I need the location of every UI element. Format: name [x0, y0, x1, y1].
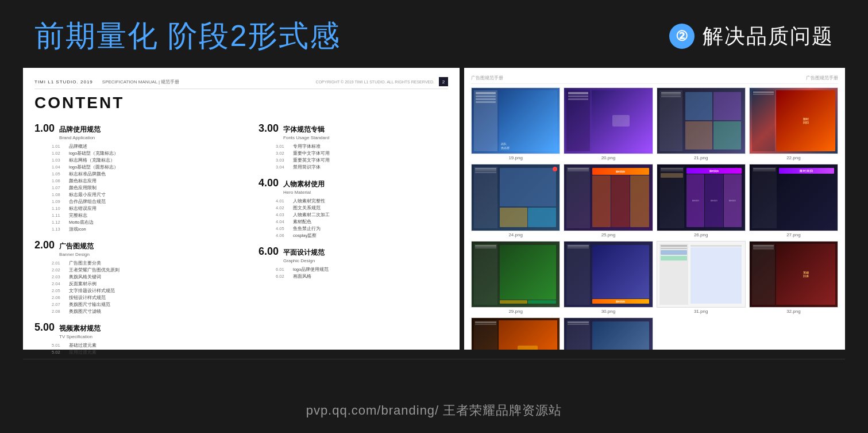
- img-thumb-27: 限时回归: [749, 164, 838, 231]
- toc-items-5: 5.01基础过渡元素 5.02应用过渡元素: [52, 343, 224, 355]
- toc-en-1: Brand Application: [59, 135, 101, 140]
- doc-page-number: 2: [439, 77, 448, 86]
- doc-studio-label: TIMI L1 STUDIO. 2019: [34, 79, 93, 85]
- image-cell-34: 34.png: [471, 317, 560, 350]
- toc-items-3: 3.01专用字体标准 3.02重要中文字体可用 3.03重要英文字体可用 3.0…: [276, 144, 448, 170]
- toc-item: 5.02应用过渡元素: [52, 350, 224, 355]
- toc-cn-1: 品牌使用规范: [59, 125, 101, 135]
- image-cell-29: 29.png: [471, 241, 560, 314]
- badge-circle: ②: [669, 24, 695, 49]
- img-label-26: 26.png: [694, 232, 708, 237]
- image-cell-31: 31.png: [657, 241, 746, 314]
- img-thumb-25: 限时回归: [564, 164, 653, 231]
- img-thumb-35: [564, 317, 653, 350]
- toc-num-4: 4.00: [259, 177, 279, 189]
- badge-label: 解决品质问题: [703, 22, 834, 51]
- img-label-30: 30.png: [601, 309, 615, 314]
- page-header: 前期量化 阶段2形式感 ② 解决品质问题: [0, 0, 868, 68]
- image-cell-32: 英雄归来 32.png: [749, 241, 838, 314]
- toc-item: 1.06颜色标志应用: [52, 178, 224, 184]
- toc-section-4: 4.00 人物素材使用 Hero Material 4.01人物素材完整性 4.…: [259, 177, 448, 239]
- toc-item: 2.05文字排题设计样式规范: [52, 288, 224, 294]
- toc-section-3: 3.00 字体规范专辑 Fonts Usage Standard 3.01专用字…: [259, 122, 448, 170]
- toc-item: 1.05标志标准品牌颜色: [52, 171, 224, 177]
- toc-item: 4.01人物素材完整性: [276, 198, 448, 204]
- img-thumb-21: [657, 87, 746, 154]
- toc-item: 6.01logo品牌使用规范: [276, 267, 448, 273]
- header-badge: ② 解决品质问题: [669, 22, 834, 51]
- toc-en-5: TV Specification: [59, 334, 101, 339]
- img-thumb-31: [657, 241, 746, 308]
- main-content: TIMI L1 STUDIO. 2019 SPECIFICATION MANUA…: [0, 68, 868, 350]
- toc-items-2: 2.01广告图主要分类 2.02王者荣耀广告图优先原则 2.03奥旗风格关键词 …: [52, 260, 224, 315]
- image-cell-26: 限时回归 限时回归 限时回归 限时回归 26.png: [657, 164, 746, 237]
- toc-grid: 1.00 品牌使用规范 Brand Application 1.01品牌概述 1…: [34, 122, 448, 362]
- img-thumb-26: 限时回归 限时回归 限时回归 限时回归: [657, 164, 746, 231]
- toc-item: 1.11完整标志: [52, 213, 224, 219]
- badge-number: ②: [676, 28, 688, 44]
- toc-items-1: 1.01品牌概述 1.02logo基础型（克隆标志） 1.03标志网格（克隆标志…: [52, 144, 224, 232]
- image-grid-panel: 广告图规范手册 广告图规范手册: [464, 68, 845, 350]
- img-label-24: 24.png: [508, 232, 522, 237]
- img-label-22: 22.png: [786, 155, 800, 160]
- img-thumb-30: 限时回归: [564, 241, 653, 308]
- img-label-27: 27.png: [786, 232, 800, 237]
- footer-text: pvp.qq.com/branding/ 王者荣耀品牌资源站: [306, 403, 562, 417]
- toc-item: 2.04反面案材示例: [52, 281, 224, 287]
- toc-cn-2: 广告图规范: [59, 242, 94, 251]
- image-cell-19: 战队挑战赛 19.png: [471, 87, 560, 160]
- image-cell-27: 限时回归 27.png: [749, 164, 838, 237]
- doc-copyright: COPYRIGHT © 2019 TIMI L1 STUDIO. ALL RIG…: [316, 80, 434, 84]
- toc-item: 2.07奥旗图尺寸输出规范: [52, 302, 224, 308]
- toc-item: 2.03奥旗风格关键词: [52, 274, 224, 280]
- toc-item: 2.06按钮设计样式规范: [52, 295, 224, 301]
- toc-section-2: 2.00 广告图规范 Banner Design 2.01广告图主要分类 2.0…: [34, 239, 224, 315]
- toc-item: 1.04logo基础型（圆形标志）: [52, 164, 224, 170]
- img-label-21: 21.png: [694, 155, 708, 160]
- toc-section-6: 6.00 平面设计规范 Graphic Design 6.01logo品牌使用规…: [259, 246, 448, 279]
- image-cell-24: 24.png: [471, 164, 560, 237]
- toc-item: 4.04素材配色: [276, 219, 448, 225]
- toc-cn-6: 平面设计规范: [283, 248, 325, 258]
- toc-en-6: Graphic Design: [283, 258, 325, 263]
- img-thumb-19: 战队挑战赛: [471, 87, 560, 154]
- toc-item: 4.02图文关系规范: [276, 205, 448, 211]
- toc-item: 3.03重要英文字体可用: [276, 158, 448, 163]
- image-cell-20: 20.png: [564, 87, 653, 160]
- toc-item: 1.03标志网格（克隆标志）: [52, 158, 224, 163]
- toc-num-1: 1.00: [34, 122, 55, 135]
- image-grid: 战队挑战赛 19.png: [471, 87, 838, 350]
- doc-spec-label: SPECIFICATION MANUAL | 规范手册: [102, 79, 180, 85]
- toc-item: 3.01专用字体标准: [276, 144, 448, 150]
- img-thumb-24: [471, 164, 560, 231]
- toc-item: 1.13游戏icon: [52, 227, 224, 232]
- toc-item: 2.02王者荣耀广告图优先原则: [52, 267, 224, 273]
- toc-item: 1.10标志错误应用: [52, 206, 224, 212]
- toc-item: 1.07颜色应用限制: [52, 185, 224, 191]
- img-thumb-32: 英雄归来: [749, 241, 838, 308]
- image-cell-35: 35.png: [564, 317, 653, 350]
- right-panel-title-left: 广告图规范手册: [471, 75, 503, 81]
- toc-item: 1.08标志最小应用尺寸: [52, 192, 224, 198]
- title-highlight: 阶段2形式感: [168, 19, 341, 52]
- img-thumb-22: 限时回归: [749, 87, 838, 154]
- toc-num-5: 5.00: [34, 321, 55, 334]
- toc-item: 1.01品牌概述: [52, 144, 224, 150]
- toc-cn-3: 字体规范专辑: [283, 125, 329, 135]
- img-thumb-34: [471, 317, 560, 350]
- image-cell-21: 21.png: [657, 87, 746, 160]
- img-label-29: 29.png: [508, 309, 522, 314]
- content-title: CONTENT: [34, 94, 448, 112]
- title-static: 前期量化: [34, 19, 159, 52]
- toc-en-3: Fonts Usage Standard: [283, 135, 329, 140]
- toc-num-2: 2.00: [34, 239, 55, 251]
- toc-item: 1.02logo基础型（克隆标志）: [52, 151, 224, 156]
- toc-item: 1.09合作品牌组合规范: [52, 199, 224, 205]
- right-panel-title-right: 广告图规范手册: [806, 75, 838, 81]
- toc-right-col: 3.00 字体规范专辑 Fonts Usage Standard 3.01专用字…: [259, 122, 448, 362]
- toc-item: 6.02画面风格: [276, 274, 448, 279]
- footer: pvp.qq.com/branding/ 王者荣耀品牌资源站: [0, 402, 868, 419]
- image-cell-30: 限时回归 30.png: [564, 241, 653, 314]
- toc-en-4: Hero Material: [283, 190, 325, 195]
- toc-items-4: 4.01人物素材完整性 4.02图文关系规范 4.03人物素材二次加工 4.04…: [276, 198, 448, 239]
